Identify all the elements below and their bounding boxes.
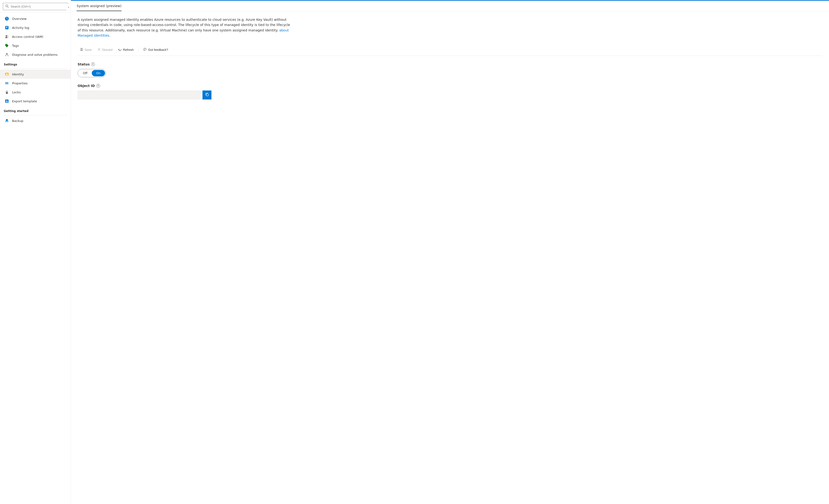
svg-point-9 xyxy=(6,53,7,54)
copy-icon xyxy=(205,92,209,98)
svg-point-8 xyxy=(6,44,6,45)
refresh-icon xyxy=(118,48,121,52)
sidebar-item-tags[interactable]: Tags xyxy=(0,41,71,50)
identity-icon xyxy=(4,72,9,77)
sidebar-item-properties[interactable]: Properties xyxy=(0,79,71,88)
getting-started-divider xyxy=(4,115,67,115)
feedback-icon xyxy=(143,48,147,52)
save-button[interactable]: Save xyxy=(78,46,94,53)
svg-rect-24 xyxy=(206,94,208,96)
tags-icon xyxy=(4,43,9,48)
sidebar-item-diagnose[interactable]: Diagnose and solve problems xyxy=(0,50,71,59)
svg-rect-12 xyxy=(5,82,6,84)
sidebar-nav: Overview Activity log Access control (IA… xyxy=(0,12,71,504)
svg-rect-4 xyxy=(6,27,8,27)
search-inner xyxy=(3,3,68,10)
object-id-input[interactable] xyxy=(78,90,201,100)
status-info-icon: i xyxy=(91,63,95,66)
svg-rect-13 xyxy=(7,82,7,84)
activity-log-icon xyxy=(4,25,9,30)
sidebar-item-export-template[interactable]: Export template xyxy=(0,96,71,106)
svg-rect-15 xyxy=(6,92,8,94)
locks-icon xyxy=(4,90,9,94)
feedback-button[interactable]: Got feedback? xyxy=(141,46,171,53)
svg-rect-20 xyxy=(81,48,82,49)
diagnose-icon xyxy=(4,52,9,57)
svg-line-1 xyxy=(7,7,8,7)
properties-icon xyxy=(4,81,9,85)
sidebar-item-identity-label: Identity xyxy=(12,73,24,76)
export-template-icon xyxy=(4,99,9,104)
sidebar-item-diagnose-label: Diagnose and solve problems xyxy=(12,53,58,56)
sidebar-item-identity[interactable]: Identity xyxy=(0,70,71,79)
toggle-on-option: On xyxy=(92,70,105,76)
svg-point-6 xyxy=(6,35,7,37)
toggle-off-option: Off xyxy=(78,70,92,76)
svg-rect-14 xyxy=(7,82,8,84)
sidebar-item-overview[interactable]: Overview xyxy=(0,14,71,23)
sidebar-item-activity-log-label: Activity log xyxy=(12,26,29,30)
object-id-row xyxy=(78,90,822,100)
status-toggle[interactable]: Off On xyxy=(78,69,106,77)
status-section: Status i Off On xyxy=(78,63,822,77)
object-id-label: Object ID xyxy=(78,84,95,88)
tab-system-assigned[interactable]: System assigned (preview) xyxy=(77,1,121,11)
discard-icon xyxy=(98,48,101,52)
save-icon xyxy=(80,48,83,52)
object-id-label-row: Object ID i xyxy=(78,84,822,88)
access-control-icon xyxy=(4,34,9,39)
getting-started-section-header: Getting started xyxy=(0,106,71,114)
sidebar-item-tags-label: Tags xyxy=(12,44,19,47)
search-icon xyxy=(5,4,9,8)
svg-point-11 xyxy=(6,74,7,75)
sidebar-item-access-control-label: Access control (IAM) xyxy=(12,35,43,39)
feedback-label: Got feedback? xyxy=(148,48,168,51)
settings-divider xyxy=(4,69,67,69)
svg-point-18 xyxy=(6,119,8,121)
overview-icon xyxy=(4,16,9,21)
sidebar-item-backup-label: Backup xyxy=(12,119,24,123)
discard-button[interactable]: Discard xyxy=(95,46,115,53)
search-container xyxy=(0,0,71,12)
status-toggle-container: Off On xyxy=(78,69,822,77)
backup-icon xyxy=(4,118,9,123)
description-text: A system assigned managed identity enabl… xyxy=(78,17,290,38)
sidebar-item-export-template-label: Export template xyxy=(12,100,37,103)
search-input[interactable] xyxy=(11,5,65,8)
refresh-button[interactable]: Refresh xyxy=(116,46,136,53)
tabs-bar: System assigned (preview) xyxy=(71,1,829,11)
sidebar-item-locks[interactable]: Locks xyxy=(0,88,71,96)
discard-label: Discard xyxy=(102,48,113,51)
sidebar-item-properties-label: Properties xyxy=(12,81,28,85)
sidebar-item-backup[interactable]: Backup xyxy=(0,116,71,125)
main-content: A system assigned managed identity enabl… xyxy=(71,11,829,504)
svg-rect-5 xyxy=(6,28,7,28)
sidebar-item-activity-log[interactable]: Activity log xyxy=(0,23,71,32)
main-content-area: System assigned (preview) A system assig… xyxy=(71,0,829,504)
svg-rect-21 xyxy=(81,49,82,50)
object-id-info-icon: i xyxy=(96,84,100,88)
sidebar: Overview Activity log Access control (IA… xyxy=(0,0,71,504)
object-id-section: Object ID i xyxy=(78,84,822,100)
sidebar-item-overview-label: Overview xyxy=(12,17,27,21)
copy-object-id-button[interactable] xyxy=(203,90,211,100)
refresh-label: Refresh xyxy=(123,48,134,51)
save-label: Save xyxy=(85,48,92,51)
toolbar-divider xyxy=(138,47,139,52)
status-label: Status xyxy=(78,63,89,66)
svg-point-7 xyxy=(7,35,8,36)
managed-identities-link[interactable]: about Managed identities xyxy=(78,28,289,37)
toolbar: Save Discard Refresh Got feedback? xyxy=(78,44,822,56)
status-label-row: Status i xyxy=(78,63,822,66)
sidebar-item-access-control[interactable]: Access control (IAM) xyxy=(0,32,71,41)
settings-section-header: Settings xyxy=(0,59,71,68)
collapse-sidebar-button[interactable]: « xyxy=(66,4,71,10)
sidebar-item-locks-label: Locks xyxy=(12,90,21,94)
